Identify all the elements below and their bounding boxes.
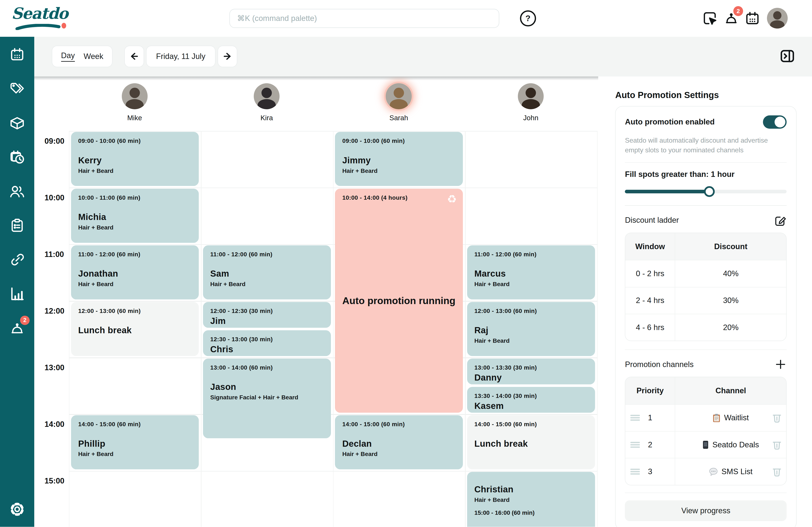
sidebar-item-lists[interactable] [9, 217, 25, 234]
event-time: 12:00 - 13:00 (60 min) [474, 308, 588, 314]
phone-icon [702, 440, 709, 449]
event-client-name: Declan [342, 439, 456, 449]
sidebar-item-calendar[interactable] [9, 46, 25, 63]
appointment-block[interactable]: 10:00 - 11:00 (60 min)MichiaHair + Beard [71, 189, 199, 243]
column-gridline [69, 131, 69, 527]
appointment-block[interactable]: 09:00 - 10:00 (60 min)KerryHair + Beard [71, 132, 199, 186]
sidebar-item-settings[interactable] [9, 501, 25, 517]
appointment-block[interactable]: 13:00 - 14:00 (60 min)JasonSignature Fac… [203, 359, 331, 438]
event-time: 13:00 - 13:30 (30 min) [474, 364, 588, 371]
staff-avatar-highlighted[interactable] [386, 83, 411, 109]
appointment-block[interactable]: 12:00 - 13:00 (60 min)RajHair + Beard [467, 302, 595, 356]
event-time: 11:00 - 12:00 (60 min) [210, 251, 323, 258]
logo-swoosh [15, 24, 63, 30]
event-time: 15:00 - 16:00 (60 min) [474, 510, 588, 516]
panel-title: Auto Promotion Settings [615, 90, 719, 100]
toggle-label: Auto promotion enabled [625, 118, 714, 126]
pointer-square-icon[interactable] [701, 10, 718, 27]
auto-promotion-block[interactable]: 10:00 - 14:00 (4 hours)♻Auto promotion r… [335, 189, 463, 413]
appointment-block[interactable]: 09:00 - 10:00 (60 min)JimmyHair + Beard [335, 132, 463, 186]
staff-avatar[interactable] [518, 83, 543, 109]
break-block[interactable]: 14:00 - 15:00 (60 min)Lunch break [467, 415, 595, 469]
sidebar-item-bookings[interactable] [9, 149, 25, 165]
event-client-name: Sam [210, 269, 323, 279]
user-avatar[interactable] [767, 8, 788, 29]
promo-label: Auto promotion running [342, 295, 455, 306]
channel-row: 2 Seatdo Deals [625, 431, 786, 458]
event-client-name: Lunch break [474, 439, 588, 449]
appointment-block[interactable]: 13:00 - 13:30 (30 min)Danny [467, 359, 595, 385]
channel-row: 3 SMS List [625, 458, 786, 485]
help-icon[interactable]: ? [520, 10, 536, 26]
sidebar-item-products[interactable] [9, 115, 25, 132]
appointment-block[interactable]: ChristianHair + Beard15:00 - 16:00 (60 m… [467, 472, 595, 527]
trash-icon[interactable] [772, 467, 782, 477]
auto-promotion-toggle[interactable] [763, 115, 787, 129]
trash-icon[interactable] [772, 413, 782, 423]
appointment-block[interactable]: 13:30 - 14:00 (30 min)Kasem [467, 387, 595, 413]
tab-day[interactable]: Day [61, 51, 75, 62]
break-block[interactable]: 12:00 - 13:00 (60 min)Lunch break [71, 302, 199, 356]
prev-day-button[interactable] [124, 46, 144, 67]
notification-badge: 2 [733, 6, 743, 16]
tab-week[interactable]: Week [84, 52, 103, 61]
channel-name: SMS List [722, 467, 753, 476]
staff-avatar[interactable] [254, 83, 279, 109]
time-label: 12:00 [45, 306, 69, 315]
arrow-left-icon [129, 51, 139, 61]
channel-name: Seatdo Deals [712, 440, 759, 449]
drag-handle-icon[interactable] [630, 441, 640, 448]
staff-avatar[interactable] [122, 83, 148, 109]
appointment-block[interactable]: 11:00 - 12:00 (60 min)JonathanHair + Bea… [71, 245, 199, 299]
event-client-name: Jimmy [342, 155, 456, 165]
event-time: 13:30 - 14:00 (30 min) [474, 393, 588, 400]
sidebar-nav: 2 [0, 37, 34, 527]
event-service: Signature Facial + Hair + Beard [210, 394, 323, 401]
event-time: 12:30 - 13:00 (30 min) [210, 336, 323, 343]
calendar-icon[interactable] [744, 10, 760, 27]
service-bell-icon[interactable]: 2 [723, 10, 739, 26]
event-client-name: Michia [78, 212, 192, 222]
sidebar-item-waitlist-bell[interactable]: 2 [9, 320, 25, 336]
divider [625, 205, 787, 206]
appointment-block[interactable]: 12:30 - 13:00 (30 min)Chris [203, 330, 331, 356]
sidebar-item-links[interactable] [9, 252, 25, 268]
ladder-row: 0 - 2 hrs 40% [625, 260, 786, 287]
column-header: Priority [625, 377, 675, 404]
channel-name: Waitlist [724, 413, 749, 422]
edit-icon[interactable] [774, 214, 787, 227]
event-time: 14:00 - 15:00 (60 min) [474, 421, 588, 428]
sidebar-item-customers[interactable] [9, 183, 25, 200]
event-time: 11:00 - 12:00 (60 min) [78, 251, 192, 258]
drag-handle-icon[interactable] [630, 468, 640, 475]
next-day-button[interactable] [218, 46, 237, 67]
event-service: Hair + Beard [210, 281, 323, 288]
view-progress-button[interactable]: View progress [625, 500, 787, 521]
collapse-panel-icon[interactable] [779, 47, 796, 65]
time-label: 09:00 [45, 137, 69, 146]
search-input[interactable] [229, 9, 499, 28]
appointment-block[interactable]: 11:00 - 12:00 (60 min)MarcusHair + Beard [467, 245, 595, 299]
seatdo-logo[interactable]: Seatdo [11, 4, 74, 22]
fill-spots-slider[interactable] [625, 186, 787, 197]
divider [625, 349, 787, 350]
appointment-block[interactable]: 14:00 - 15:00 (60 min)DeclanHair + Beard [335, 415, 463, 469]
trash-icon[interactable] [772, 440, 782, 450]
discount-ladder-label: Discount ladder [625, 216, 679, 225]
event-service: Hair + Beard [474, 497, 588, 503]
speech-icon [709, 468, 718, 476]
appointment-block[interactable]: 11:00 - 12:00 (60 min)SamHair + Beard [203, 245, 331, 299]
appointment-block[interactable]: 12:00 - 12:30 (30 min)Jim [203, 302, 331, 328]
event-client-name: Lunch break [78, 325, 192, 335]
plus-icon[interactable] [774, 358, 787, 371]
column-header: Channel [675, 386, 786, 395]
sidebar-item-tags[interactable] [9, 81, 25, 97]
window-value: 0 - 2 hrs [625, 260, 675, 287]
date-button[interactable]: Friday, 11 July [146, 46, 216, 67]
sidebar-item-reports[interactable] [9, 286, 25, 302]
event-service: Hair + Beard [474, 337, 588, 344]
drag-handle-icon[interactable] [630, 414, 640, 421]
slider-knob[interactable] [704, 186, 715, 197]
time-label: 15:00 [45, 477, 69, 485]
appointment-block[interactable]: 14:00 - 15:00 (60 min)PhillipHair + Bear… [71, 415, 199, 469]
